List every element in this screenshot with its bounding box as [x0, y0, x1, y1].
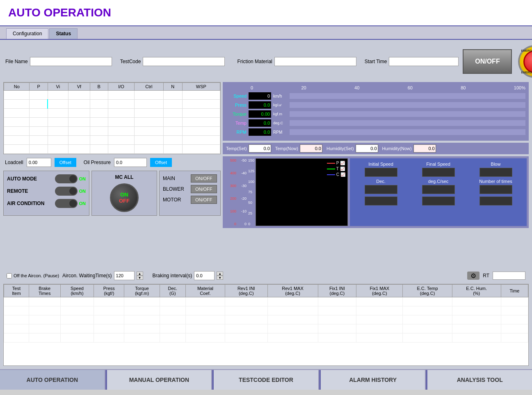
table-row [4, 100, 220, 109]
emergency-stop-button[interactable]: EMERGENCY STOP EMERGENCY STOP [518, 45, 532, 78]
auto-mode-thumb [69, 175, 77, 183]
blower-onoff-button[interactable]: ON/OFF [191, 185, 217, 193]
temp-unit: deg.C [273, 121, 288, 125]
table-row [4, 118, 220, 127]
humidity-now-input[interactable] [413, 144, 436, 153]
legend-p-label: P [336, 161, 339, 165]
rt-label: RT [483, 273, 489, 279]
table-body [4, 91, 220, 154]
rt-input[interactable] [493, 272, 525, 280]
press-gauge-row: Press 0.0 kg/㎠ [226, 101, 525, 109]
scale-60: 60 [408, 85, 413, 90]
nav-auto-operation[interactable]: AUTO OPERATION [0, 370, 105, 390]
braking-interval-label: Braking interval(s) [153, 273, 192, 279]
dec-input2[interactable] [365, 196, 397, 205]
main-control-row: MAIN ON/OFF [163, 174, 217, 183]
torque-bar-container [290, 111, 525, 117]
auto-mode-label: AUTO MODE [7, 176, 37, 182]
nav-manual-operation[interactable]: MANUAL OPERATION [107, 370, 212, 390]
waiting-time-down[interactable]: ▼ [137, 276, 143, 280]
col-io: I/O [108, 83, 134, 91]
braking-interval-up[interactable]: ▲ [217, 272, 223, 276]
number-of-times-input[interactable] [479, 185, 512, 194]
rpm-gauge-row: RPM 0.0 RPM [226, 128, 525, 136]
aircon-pause-checkbox[interactable] [7, 273, 12, 279]
legend-c: C 📈 [327, 172, 345, 177]
remote-toggle-row: REMOTE ON [7, 187, 86, 196]
file-name-label: File Name [5, 59, 28, 64]
start-time-group: Start Time [365, 57, 459, 66]
waiting-time-spinner[interactable]: ▲ ▼ [137, 272, 143, 280]
rpm-bar-container [290, 129, 525, 135]
waiting-time-label: Aircon. WaitingTime(s) [62, 273, 112, 279]
scale-40: 40 [354, 85, 359, 90]
results-table-section: TestItem BrakeTimes Speed(km/h) Press(kg… [3, 284, 529, 366]
initial-speed-item: Initial Speed [353, 162, 409, 177]
right-panel: 0 20 40 60 80 100% Speed 0 km/h Press [223, 82, 529, 267]
temp-now-input[interactable] [300, 144, 322, 153]
braking-interval-down[interactable]: ▼ [217, 276, 223, 280]
temp-bar-container [290, 120, 525, 126]
tab-status[interactable]: Status [49, 28, 78, 39]
bottom-controls: Off the Aircon. (Pause) Aircon. WaitingT… [3, 269, 529, 282]
motor-label: MOTOR [163, 197, 187, 203]
torque-gauge-row: Torque 0.00 kgf.m [226, 110, 525, 118]
tab-configuration[interactable]: Configuration [6, 28, 48, 39]
number-of-times-item: Number of times [468, 179, 523, 205]
waiting-time-up[interactable]: ▲ [137, 272, 143, 276]
dec-input[interactable] [365, 185, 397, 194]
oil-pressure-input[interactable] [114, 158, 147, 167]
switches-section: AUTO MODE ON REMOTE [3, 171, 221, 216]
nav-auto-operation-label: AUTO OPERATION [27, 377, 78, 383]
speed-value: 0 [249, 92, 271, 100]
rpm-value: 0.0 [249, 128, 271, 136]
legend-p: P 📈 [327, 161, 345, 165]
col-n: N [163, 83, 182, 91]
file-name-input[interactable] [30, 57, 112, 66]
blow-input[interactable] [479, 168, 512, 177]
deg-c-sec-input2[interactable] [422, 196, 455, 205]
remote-switch[interactable]: ON [55, 187, 86, 196]
friction-material-input[interactable] [274, 57, 356, 66]
loadcell-offset-button[interactable]: Offset [55, 158, 76, 167]
legend-p-color [327, 163, 335, 164]
motor-onoff-button[interactable]: ON/OFF [191, 196, 217, 204]
final-speed-input[interactable] [422, 168, 455, 177]
waiting-time-input[interactable] [114, 271, 135, 280]
auto-mode-switch[interactable]: ON [55, 174, 86, 183]
air-condition-switch[interactable]: ON [55, 199, 86, 208]
nav-alarm-history[interactable]: ALARM HISTORY [321, 370, 426, 390]
air-condition-label: AIR CONDITION [7, 201, 44, 206]
braking-interval-input[interactable] [194, 271, 215, 280]
waiting-time-group: Aircon. WaitingTime(s) ▲ ▼ [62, 271, 143, 280]
mcall-knob[interactable]: ON OFF [110, 183, 139, 212]
start-time-input[interactable] [389, 57, 459, 66]
temp-set-input[interactable] [249, 144, 271, 153]
table-row [4, 145, 220, 154]
remote-label: REMOTE [7, 188, 28, 194]
results-table: TestItem BrakeTimes Speed(km/h) Press(kg… [4, 284, 528, 342]
main-onoff-button[interactable]: ON/OFF [191, 174, 217, 183]
deg-c-sec-input[interactable] [422, 185, 455, 194]
braking-interval-spinner[interactable]: ▲ ▼ [217, 272, 223, 280]
nav-analysis-tool-label: ANALYSIS TOOL [457, 377, 503, 383]
blower-label: BLOWER [163, 186, 187, 192]
nav-analysis-tool[interactable]: ANALYSIS TOOL [427, 370, 532, 390]
humidity-set-input[interactable] [356, 144, 378, 153]
on-off-button[interactable]: ON/OFF [463, 49, 512, 74]
aircon-pause-group: Off the Aircon. (Pause) [7, 273, 59, 279]
test-code-input[interactable] [143, 57, 225, 66]
oil-pressure-offset-button[interactable]: Offset [150, 158, 172, 167]
nav-testcode-editor[interactable]: TESTCODE EDITOR [214, 370, 319, 390]
press-value: 0.0 [249, 101, 271, 109]
initial-speed-input[interactable] [365, 168, 397, 177]
loadcell-input[interactable] [27, 158, 51, 167]
nav-alarm-history-label: ALARM HISTORY [349, 377, 397, 383]
start-time-label: Start Time [365, 59, 387, 64]
blower-control-row: BLOWER ON/OFF [163, 185, 217, 193]
number-of-times-input2[interactable] [479, 196, 512, 205]
air-condition-track [55, 199, 78, 208]
temp-set-label: Temp(Set) [226, 146, 247, 151]
legend-t: T 📈 [327, 167, 345, 171]
temp-humidity-row: Temp(Set) Temp(Now) Humidity(Set) Humidi… [223, 143, 529, 154]
